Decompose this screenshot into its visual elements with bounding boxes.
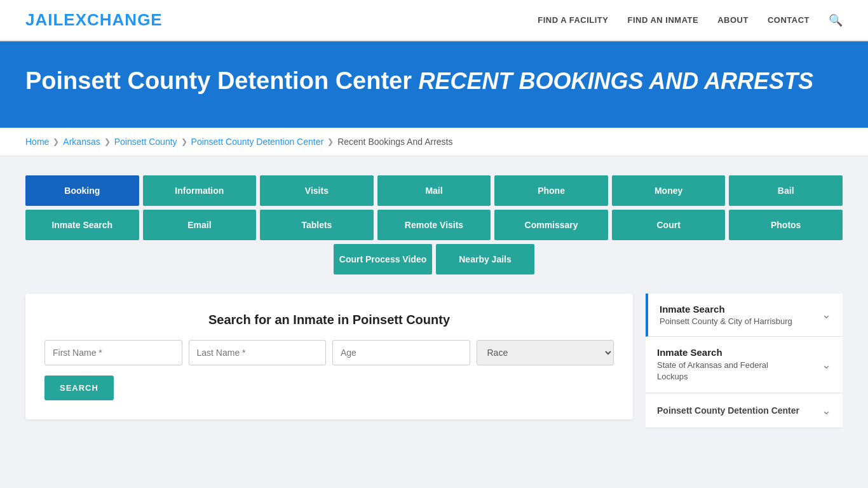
sidebar-item-subtitle-2: State of Arkansas and Federal Lockups <box>657 360 768 383</box>
breadcrumb-poinsett-county[interactable]: Poinsett County <box>114 137 177 147</box>
tabs-row-1: Booking Information Visits Mail Phone Mo… <box>25 175 843 206</box>
sidebar-item-subtitle-1: Poinsett County & City of Harrisburg <box>660 316 792 326</box>
sidebar-item-poinsett-search[interactable]: Inmate Search Poinsett County & City of … <box>646 294 843 337</box>
sidebar-item-left-2: Inmate Search State of Arkansas and Fede… <box>657 347 768 383</box>
logo[interactable]: JAILEXCHANGE <box>25 10 163 30</box>
breadcrumb-arkansas[interactable]: Arkansas <box>63 137 100 147</box>
race-select[interactable]: Race White Black Hispanic Asian Other <box>477 340 614 365</box>
breadcrumb-home[interactable]: Home <box>25 137 49 147</box>
last-name-input[interactable] <box>189 340 327 365</box>
tab-commissary[interactable]: Commissary <box>494 210 608 240</box>
chevron-down-icon-2: ⌄ <box>822 358 831 372</box>
header: JAILEXCHANGE FIND A FACILITY FIND AN INM… <box>0 0 868 41</box>
tab-email[interactable]: Email <box>143 210 257 240</box>
main-nav: FIND A FACILITY FIND AN INMATE ABOUT CON… <box>538 13 843 27</box>
tab-information[interactable]: Information <box>143 175 257 206</box>
chevron-down-icon-3: ⌄ <box>822 403 831 417</box>
sidebar: Inmate Search Poinsett County & City of … <box>646 294 843 428</box>
tab-photos[interactable]: Photos <box>729 210 843 240</box>
chevron-down-icon-1: ⌄ <box>822 308 831 322</box>
tab-tablets[interactable]: Tablets <box>260 210 374 240</box>
lower-section: Search for an Inmate in Poinsett County … <box>25 294 843 428</box>
nav-about[interactable]: ABOUT <box>717 15 749 25</box>
breadcrumb-current: Recent Bookings And Arrests <box>337 137 452 147</box>
search-button[interactable]: SEARCH <box>44 376 114 400</box>
sidebar-item-left-1: Inmate Search Poinsett County & City of … <box>660 304 792 326</box>
inmate-search-card: Search for an Inmate in Poinsett County … <box>25 294 633 419</box>
sidebar-item-arkansas-search[interactable]: Inmate Search State of Arkansas and Fede… <box>646 337 843 393</box>
tabs-row-3: Court Process Video Nearby Jails <box>25 244 843 274</box>
tab-bail[interactable]: Bail <box>729 175 843 206</box>
sidebar-item-title-1: Inmate Search <box>660 304 792 315</box>
sidebar-item-detention-center[interactable]: Poinsett County Detention Center ⌄ <box>646 393 843 428</box>
logo-jail: JAIL <box>25 10 64 29</box>
sidebar-item-title-2: Inmate Search <box>657 347 768 358</box>
tab-nearby-jails[interactable]: Nearby Jails <box>436 244 534 274</box>
nav-contact[interactable]: CONTACT <box>768 15 810 25</box>
age-input[interactable] <box>332 340 470 365</box>
tab-booking[interactable]: Booking <box>25 175 139 206</box>
sidebar-item-plain-title: Poinsett County Detention Center <box>657 405 799 416</box>
tab-remote-visits[interactable]: Remote Visits <box>377 210 491 240</box>
tabs-row-2: Inmate Search Email Tablets Remote Visit… <box>25 210 843 240</box>
hero-section: Poinsett County Detention Center RECENT … <box>0 41 868 128</box>
tab-court[interactable]: Court <box>612 210 726 240</box>
search-form-title: Search for an Inmate in Poinsett County <box>44 313 614 327</box>
tab-money[interactable]: Money <box>612 175 726 206</box>
logo-exchange: EXCHANGE <box>64 10 162 29</box>
breadcrumb-sep-3: ❯ <box>181 137 187 146</box>
nav-find-inmate[interactable]: FIND AN INMATE <box>627 15 698 25</box>
breadcrumb-sep-2: ❯ <box>104 137 111 146</box>
breadcrumb-sep-4: ❯ <box>327 137 334 146</box>
breadcrumb-sep-1: ❯ <box>53 137 59 146</box>
tab-phone[interactable]: Phone <box>494 175 608 206</box>
tab-court-process-video[interactable]: Court Process Video <box>334 244 432 274</box>
main-content: Booking Information Visits Mail Phone Mo… <box>0 156 868 447</box>
tab-inmate-search[interactable]: Inmate Search <box>25 210 139 240</box>
breadcrumb-detention-center[interactable]: Poinsett County Detention Center <box>191 137 324 147</box>
tab-visits[interactable]: Visits <box>260 175 374 206</box>
nav-find-facility[interactable]: FIND A FACILITY <box>538 15 608 25</box>
search-inputs-row: Race White Black Hispanic Asian Other <box>44 340 614 365</box>
breadcrumb: Home ❯ Arkansas ❯ Poinsett County ❯ Poin… <box>0 128 868 156</box>
page-title: Poinsett County Detention Center RECENT … <box>25 67 843 96</box>
first-name-input[interactable] <box>44 340 182 365</box>
tab-mail[interactable]: Mail <box>377 175 491 206</box>
search-icon[interactable]: 🔍 <box>829 13 843 27</box>
